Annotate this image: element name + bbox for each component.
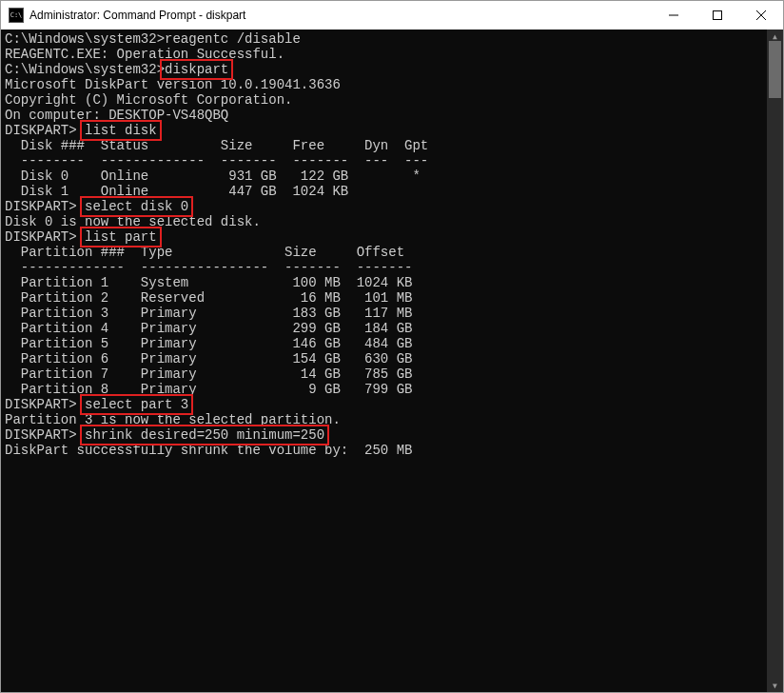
table-divider: ------------- ---------------- ------- -… [5, 260, 763, 275]
terminal-output[interactable]: C:\Windows\system32>reagentc /disableREA… [1, 30, 767, 692]
output-line: Copyright (C) Microsoft Corporation. [5, 92, 763, 108]
prompt-text: DISKPART> [5, 427, 85, 443]
output-line: DiskPart successfully shrunk the volume … [5, 443, 763, 458]
scroll-down-icon[interactable]: ▼ [767, 679, 783, 692]
highlighted-command: diskpart [163, 62, 230, 77]
table-row: Partition 2 Reserved 16 MB 101 MB [5, 290, 763, 306]
output-line: DISKPART> shrink desired=250 minimum=250 [5, 427, 763, 443]
prompt-text: DISKPART> [5, 123, 85, 138]
highlighted-command: select disk 0 [83, 199, 190, 214]
close-button[interactable] [739, 1, 783, 30]
output-line: On computer: DESKTOP-VS48QBQ [5, 108, 763, 123]
table-row: Partition 6 Primary 154 GB 630 GB [5, 351, 763, 366]
table-row: Partition 5 Primary 146 GB 484 GB [5, 336, 763, 351]
table-divider: -------- ------------- ------- ------- -… [5, 153, 763, 168]
scrollbar[interactable]: ▲ ▼ [767, 30, 783, 692]
minimize-button[interactable] [652, 1, 696, 30]
output-line: REAGENTC.EXE: Operation Successful. [5, 47, 763, 62]
titlebar[interactable]: C:\ Administrator: Command Prompt - disk… [1, 1, 783, 30]
output-line: C:\Windows\system32>reagentc /disable [5, 31, 763, 47]
output-line: Microsoft DiskPart version 10.0.19041.36… [5, 77, 763, 92]
cmd-icon: C:\ [9, 8, 24, 23]
svg-rect-1 [714, 11, 722, 20]
output-line: DISKPART> select part 3 [5, 397, 763, 412]
table-row: Disk 1 Online 447 GB 1024 KB [5, 184, 763, 199]
table-row: Partition 7 Primary 14 GB 785 GB [5, 366, 763, 382]
table-row: Partition 4 Primary 299 GB 184 GB [5, 321, 763, 336]
table-row: Disk 0 Online 931 GB 122 GB * [5, 168, 763, 184]
output-line: C:\Windows\system32>diskpart [5, 62, 763, 77]
window-controls [652, 1, 783, 30]
output-line: DISKPART> select disk 0 [5, 199, 763, 214]
prompt-text: DISKPART> [5, 397, 85, 412]
output-line: DISKPART> list part [5, 229, 763, 245]
prompt-text: C:\Windows\system32> [5, 62, 165, 77]
scrollbar-thumb[interactable] [769, 41, 781, 98]
window-title: Administrator: Command Prompt - diskpart [29, 9, 245, 22]
table-header: Disk ### Status Size Free Dyn Gpt [5, 138, 763, 153]
command-prompt-window: C:\ Administrator: Command Prompt - disk… [0, 0, 784, 693]
table-row: Partition 1 System 100 MB 1024 KB [5, 275, 763, 290]
table-row: Partition 3 Primary 183 GB 117 MB [5, 306, 763, 321]
maximize-button[interactable] [696, 1, 739, 30]
highlighted-command: select part 3 [83, 397, 190, 412]
output-line: DISKPART> list disk [5, 123, 763, 138]
prompt-text: DISKPART> [5, 199, 85, 214]
highlighted-command: list disk [83, 123, 159, 138]
output-line: Disk 0 is now the selected disk. [5, 214, 763, 229]
highlighted-command: shrink desired=250 minimum=250 [83, 427, 326, 443]
table-row: Partition 8 Primary 9 GB 799 GB [5, 382, 763, 397]
highlighted-command: list part [83, 229, 159, 245]
prompt-text: DISKPART> [5, 229, 85, 245]
output-line: Partition 3 is now the selected partitio… [5, 412, 763, 427]
table-header: Partition ### Type Size Offset [5, 245, 763, 260]
